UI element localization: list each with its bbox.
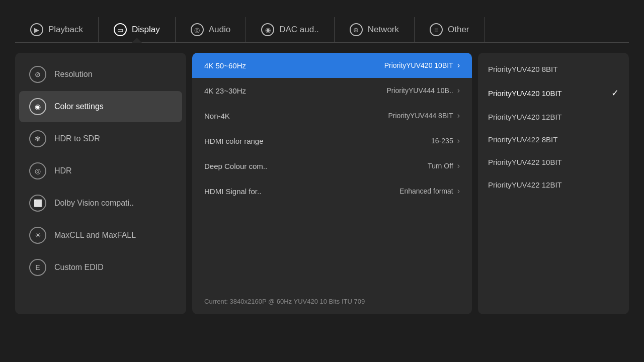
tab-playback[interactable]: ▶ Playback	[15, 17, 99, 42]
right-label-yuv422-12bit: PriorityYUV422 12BIT	[488, 180, 619, 189]
right-label-yuv420-10bit: PriorityYUV420 10BIT	[488, 89, 611, 98]
chevron-right-icon: ›	[457, 111, 460, 120]
left-item-label-hdr-to-sdr: HDR to SDR	[54, 134, 100, 143]
left-item-label-dolby-vision: Dolby Vision compati..	[54, 199, 134, 208]
tab-audio[interactable]: ◎ Audio	[176, 17, 246, 42]
tab-label-dac: DAC aud..	[279, 25, 318, 35]
left-item-label-resolution: Resolution	[54, 70, 93, 79]
mid-label-non-4k: Non-4K	[204, 112, 388, 120]
tab-label-playback: Playback	[48, 25, 83, 35]
left-item-hdr[interactable]: ◎ HDR	[19, 155, 182, 187]
left-item-maxcll[interactable]: ☀ MaxCLL and MaxFALL	[19, 220, 182, 251]
color-settings-icon: ◉	[29, 98, 46, 115]
tab-display[interactable]: ▭ Display	[99, 17, 176, 42]
right-label-yuv420-12bit: PriorityYUV420 12BIT	[488, 113, 619, 121]
chevron-right-icon: ›	[457, 187, 460, 196]
right-item-yuv422-8bit[interactable]: PriorityYUV422 8BIT	[478, 128, 629, 151]
network-icon: ⊕	[350, 23, 363, 36]
left-item-color-settings[interactable]: ◉ Color settings	[19, 91, 182, 122]
left-item-label-maxcll: MaxCLL and MaxFALL	[54, 231, 136, 240]
left-item-label-hdr: HDR	[54, 166, 72, 175]
tab-dac[interactable]: ◉ DAC aud..	[246, 17, 334, 42]
chevron-right-icon: ›	[457, 86, 460, 95]
check-icon: ✓	[611, 87, 619, 99]
mid-footer: Current: 3840x2160P @ 60Hz YUV420 10 Bit…	[192, 290, 472, 315]
right-panel: PriorityYUV420 8BIT PriorityYUV420 10BIT…	[478, 53, 629, 314]
right-item-yuv422-10bit[interactable]: PriorityYUV422 10BIT	[478, 151, 629, 173]
mid-item-hdmi-color[interactable]: HDMI color range 16-235 ›	[192, 128, 472, 153]
right-label-yuv422-8bit: PriorityYUV422 8BIT	[488, 135, 619, 144]
left-item-resolution[interactable]: ⊘ Resolution	[19, 59, 182, 90]
left-item-hdr-to-sdr[interactable]: ✾ HDR to SDR	[19, 123, 182, 154]
hdr-to-sdr-icon: ✾	[29, 130, 46, 147]
playback-icon: ▶	[30, 23, 43, 36]
content-area: ⊘ Resolution ◉ Color settings ✾ HDR to S…	[0, 43, 644, 324]
right-item-yuv420-12bit[interactable]: PriorityYUV420 12BIT	[478, 106, 629, 128]
mid-label-4k-50-60: 4K 50~60Hz	[204, 61, 384, 70]
right-label-yuv420-8bit: PriorityYUV420 8BIT	[488, 65, 619, 73]
mid-item-4k-50-60[interactable]: 4K 50~60Hz PriorityYUV420 10BIT ›	[192, 53, 472, 78]
mid-value-deep-colour: Turn Off	[428, 162, 453, 170]
mid-value-4k-50-60: PriorityYUV420 10BIT	[384, 61, 453, 69]
nav-tabs: ▶ Playback ▭ Display ◎ Audio ◉ DAC aud..…	[15, 17, 629, 43]
right-item-yuv420-8bit[interactable]: PriorityYUV420 8BIT	[478, 58, 629, 80]
mid-item-deep-colour[interactable]: Deep Colour com.. Turn Off ›	[192, 153, 472, 178]
chevron-right-icon: ›	[457, 161, 460, 170]
tab-network[interactable]: ⊕ Network	[335, 17, 415, 42]
mid-item-hdmi-signal[interactable]: HDMI Signal for.. Enhanced format ›	[192, 178, 472, 204]
resolution-icon: ⊘	[29, 66, 46, 83]
mid-item-4k-23-30[interactable]: 4K 23~30Hz PriorityYUV444 10B.. ›	[192, 78, 472, 103]
chevron-right-icon: ›	[457, 136, 460, 145]
mid-panel: 4K 50~60Hz PriorityYUV420 10BIT › 4K 23~…	[192, 53, 472, 314]
other-icon: ≡	[430, 23, 443, 36]
mid-label-hdmi-signal: HDMI Signal for..	[204, 187, 399, 196]
mid-value-hdmi-signal: Enhanced format	[399, 187, 453, 195]
tab-label-other: Other	[448, 25, 469, 35]
audio-icon: ◎	[191, 23, 204, 36]
mid-value-4k-23-30: PriorityYUV444 10B..	[386, 86, 453, 95]
right-item-yuv422-12bit[interactable]: PriorityYUV422 12BIT	[478, 173, 629, 196]
mid-item-non-4k[interactable]: Non-4K PriorityYUV444 8BIT ›	[192, 103, 472, 128]
header: ▶ Playback ▭ Display ◎ Audio ◉ DAC aud..…	[0, 0, 644, 43]
right-item-yuv420-10bit[interactable]: PriorityYUV420 10BIT ✓	[478, 80, 629, 106]
mid-label-4k-23-30: 4K 23~30Hz	[204, 86, 386, 95]
left-item-label-custom-edid: Custom EDID	[54, 263, 104, 272]
mid-label-deep-colour: Deep Colour com..	[204, 162, 428, 170]
display-icon: ▭	[114, 23, 127, 36]
tab-other[interactable]: ≡ Other	[415, 17, 485, 42]
dac-icon: ◉	[261, 23, 274, 36]
left-item-dolby-vision[interactable]: ⬜ Dolby Vision compati..	[19, 188, 182, 219]
tab-label-network: Network	[368, 25, 399, 35]
mid-value-non-4k: PriorityYUV444 8BIT	[388, 112, 453, 120]
left-item-label-color-settings: Color settings	[54, 102, 104, 111]
left-item-custom-edid[interactable]: E Custom EDID	[19, 252, 182, 283]
dolby-vision-icon: ⬜	[29, 195, 46, 212]
left-panel: ⊘ Resolution ◉ Color settings ✾ HDR to S…	[15, 53, 186, 314]
tab-label-audio: Audio	[209, 25, 230, 35]
mid-value-hdmi-color: 16-235	[431, 137, 453, 145]
maxcll-icon: ☀	[29, 227, 46, 244]
right-label-yuv422-10bit: PriorityYUV422 10BIT	[488, 158, 619, 166]
hdr-icon: ◎	[29, 162, 46, 179]
chevron-right-icon: ›	[457, 61, 460, 70]
custom-edid-icon: E	[29, 259, 46, 276]
mid-label-hdmi-color: HDMI color range	[204, 137, 431, 145]
tab-label-display: Display	[132, 25, 160, 35]
